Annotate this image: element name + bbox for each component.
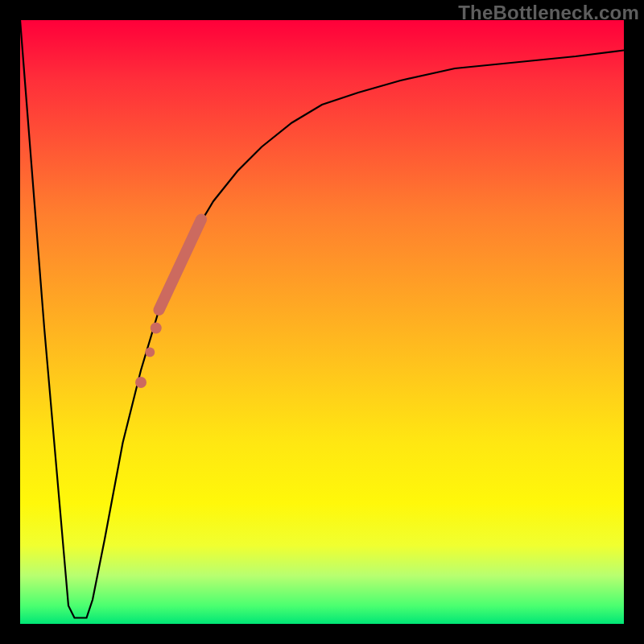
plot-area [20,20,624,624]
highlight-points [135,323,162,389]
highlight-point [135,377,147,388]
chart-frame: TheBottleneck.com [0,0,644,644]
bottleneck-curve [20,20,624,618]
highlight-point [151,323,162,334]
highlight-segment [159,220,202,311]
watermark-text: TheBottleneck.com [458,2,639,24]
chart-svg [20,20,624,624]
highlight-point [145,348,155,357]
